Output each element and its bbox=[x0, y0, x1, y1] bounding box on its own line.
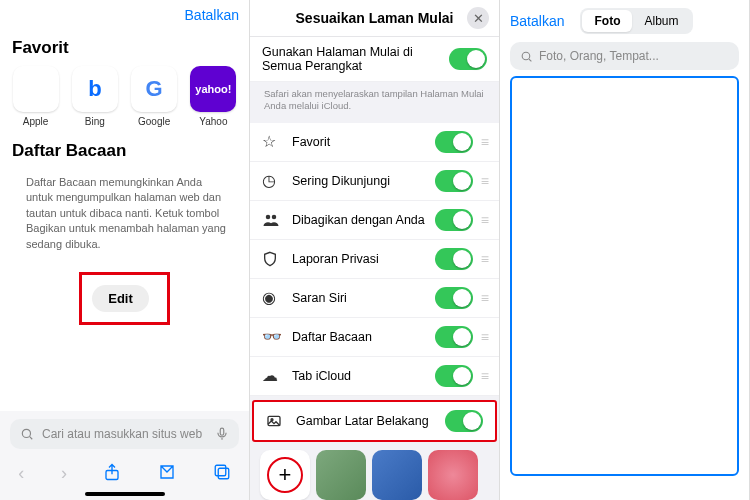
cloud-icon: ☁ bbox=[262, 366, 282, 385]
address-bar[interactable]: Cari atau masukkan situs web bbox=[10, 419, 239, 449]
row-sering: ◷ Sering Dikunjungi ≡ bbox=[250, 162, 499, 201]
sheet-title: Sesuaikan Laman Mulai bbox=[296, 10, 454, 26]
favorite-yahoo[interactable]: yahoo! Yahoo bbox=[188, 66, 239, 127]
svg-point-6 bbox=[266, 214, 271, 219]
background-thumbnails: + bbox=[250, 442, 499, 500]
cancel-link[interactable]: Batalkan bbox=[185, 7, 239, 23]
reorder-handle[interactable]: ≡ bbox=[481, 134, 487, 150]
photo-search[interactable]: Foto, Orang, Tempat... bbox=[510, 42, 739, 70]
star-icon: ☆ bbox=[262, 132, 282, 151]
safari-start-page: Batalkan Favorit Apple b Bing G Google y… bbox=[0, 0, 250, 500]
background-tile[interactable] bbox=[316, 450, 366, 500]
back-icon[interactable]: ‹ bbox=[18, 463, 24, 484]
row-shared: Dibagikan dengan Anda ≡ bbox=[250, 201, 499, 240]
row-siri: ◉ Saran Siri ≡ bbox=[250, 279, 499, 318]
reorder-handle[interactable]: ≡ bbox=[481, 173, 487, 189]
reorder-handle[interactable]: ≡ bbox=[481, 251, 487, 267]
reorder-handle[interactable]: ≡ bbox=[481, 212, 487, 228]
toggle-favorit[interactable] bbox=[435, 131, 473, 153]
people-icon bbox=[262, 211, 282, 229]
bookmarks-icon[interactable] bbox=[158, 463, 176, 484]
add-background-tile[interactable]: + bbox=[260, 450, 310, 500]
cancel-button[interactable]: Batalkan bbox=[510, 13, 564, 29]
favorites-row: Apple b Bing G Google yahoo! Yahoo bbox=[0, 66, 249, 127]
row-background-image-highlight: Gambar Latar Belakang bbox=[252, 400, 497, 442]
reading-list-description: Daftar Bacaan memungkinkan Anda untuk me… bbox=[0, 169, 249, 266]
toggle-sering[interactable] bbox=[435, 170, 473, 192]
svg-rect-2 bbox=[220, 428, 224, 435]
bottom-toolbar: Cari atau masukkan situs web ‹ › bbox=[0, 411, 249, 500]
toggle-shared[interactable] bbox=[435, 209, 473, 231]
row-background-image: Gambar Latar Belakang bbox=[254, 402, 495, 440]
toggle-icloud-tabs[interactable] bbox=[435, 365, 473, 387]
row-favorit: ☆ Favorit ≡ bbox=[250, 123, 499, 162]
row-reading-list: 👓 Daftar Bacaan ≡ bbox=[250, 318, 499, 357]
shield-icon bbox=[262, 251, 282, 267]
search-icon bbox=[20, 427, 34, 441]
close-button[interactable]: ✕ bbox=[467, 7, 489, 29]
toggle-all-devices[interactable] bbox=[449, 48, 487, 70]
reorder-handle[interactable]: ≡ bbox=[481, 329, 487, 345]
photo-picker: Batalkan Foto Album Foto, Orang, Tempat.… bbox=[500, 0, 750, 500]
customize-start-page: Sesuaikan Laman Mulai ✕ Gunakan Halaman … bbox=[250, 0, 500, 500]
toggle-privacy[interactable] bbox=[435, 248, 473, 270]
siri-icon: ◉ bbox=[262, 288, 282, 307]
svg-rect-5 bbox=[215, 465, 226, 476]
favorites-heading: Favorit bbox=[0, 24, 249, 66]
row-privacy: Laporan Privasi ≡ bbox=[250, 240, 499, 279]
mic-icon[interactable] bbox=[215, 427, 229, 441]
image-icon bbox=[266, 413, 286, 429]
row-use-on-all-devices: Gunakan Halaman Mulai di Semua Perangkat bbox=[250, 37, 499, 82]
background-tile[interactable] bbox=[428, 450, 478, 500]
background-tile[interactable] bbox=[372, 450, 422, 500]
favorite-apple[interactable]: Apple bbox=[10, 66, 61, 127]
yahoo-icon: yahoo! bbox=[190, 66, 236, 112]
segmented-control: Foto Album bbox=[580, 8, 692, 34]
bing-icon: b bbox=[72, 66, 118, 112]
svg-line-1 bbox=[30, 437, 33, 440]
clock-icon: ◷ bbox=[262, 171, 282, 190]
svg-rect-4 bbox=[218, 468, 229, 479]
icloud-note: Safari akan menyelaraskan tampilan Halam… bbox=[250, 82, 499, 123]
svg-line-11 bbox=[529, 59, 531, 61]
search-icon bbox=[520, 50, 533, 63]
svg-point-10 bbox=[522, 52, 530, 60]
favorite-google[interactable]: G Google bbox=[129, 66, 180, 127]
apple-icon bbox=[13, 66, 59, 112]
forward-icon[interactable]: › bbox=[61, 463, 67, 484]
toggle-siri[interactable] bbox=[435, 287, 473, 309]
edit-button[interactable]: Edit bbox=[92, 285, 149, 312]
svg-point-7 bbox=[272, 214, 277, 219]
row-icloud-tabs: ☁ Tab iCloud ≡ bbox=[250, 357, 499, 396]
reading-list-heading: Daftar Bacaan bbox=[0, 127, 249, 169]
glasses-icon: 👓 bbox=[262, 327, 282, 346]
edit-highlight: Edit bbox=[79, 272, 170, 325]
google-icon: G bbox=[131, 66, 177, 112]
tabs-icon[interactable] bbox=[213, 463, 231, 484]
share-icon[interactable] bbox=[103, 463, 121, 484]
plus-circle-icon: + bbox=[267, 457, 303, 493]
toggle-background-image[interactable] bbox=[445, 410, 483, 432]
svg-point-0 bbox=[22, 429, 30, 437]
photo-grid-selection[interactable] bbox=[510, 76, 739, 476]
seg-photos[interactable]: Foto bbox=[582, 10, 632, 32]
sheet-header: Sesuaikan Laman Mulai ✕ bbox=[250, 0, 499, 37]
home-indicator bbox=[85, 492, 165, 496]
reorder-handle[interactable]: ≡ bbox=[481, 290, 487, 306]
favorite-bing[interactable]: b Bing bbox=[69, 66, 120, 127]
reorder-handle[interactable]: ≡ bbox=[481, 368, 487, 384]
toggle-reading-list[interactable] bbox=[435, 326, 473, 348]
seg-albums[interactable]: Album bbox=[632, 10, 690, 32]
